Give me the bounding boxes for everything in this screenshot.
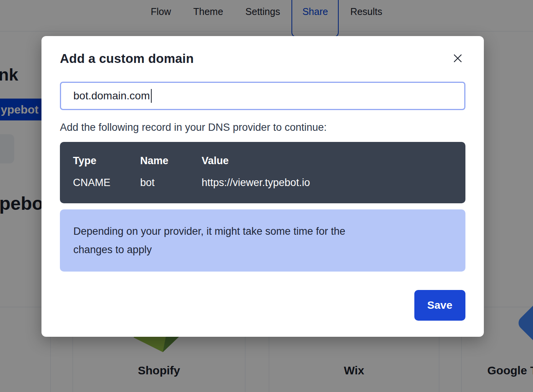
dns-record-name: bot <box>140 177 202 189</box>
modal-header: Add a custom domain <box>60 51 465 67</box>
dns-header-name: Name <box>140 155 202 167</box>
text-cursor <box>151 89 152 103</box>
custom-domain-input-value: bot.domain.com <box>73 90 150 102</box>
save-button[interactable]: Save <box>414 290 465 321</box>
dns-header-value: Value <box>202 155 452 167</box>
dns-propagation-note: Depending on your provider, it might tak… <box>60 209 465 272</box>
add-custom-domain-modal: Add a custom domain bot.domain.com Add t… <box>41 36 484 337</box>
dns-record-value: https://viewer.typebot.io <box>202 177 452 189</box>
close-icon <box>452 59 463 65</box>
dns-record-table: Type Name Value CNAME bot https://viewer… <box>60 142 465 203</box>
modal-title: Add a custom domain <box>60 51 194 66</box>
typebot-builder-page: Flow Theme Settings Share Results nk ype… <box>0 0 533 392</box>
custom-domain-input[interactable]: bot.domain.com <box>60 82 465 110</box>
note-line: Depending on your provider, it might tak… <box>73 222 452 240</box>
close-button[interactable] <box>450 51 465 67</box>
note-line: changes to apply <box>73 240 452 259</box>
dns-instruction-text: Add the following record in your DNS pro… <box>60 122 465 133</box>
modal-footer: Save <box>60 290 465 321</box>
dns-header-type: Type <box>73 155 140 167</box>
dns-record-type: CNAME <box>73 177 140 189</box>
